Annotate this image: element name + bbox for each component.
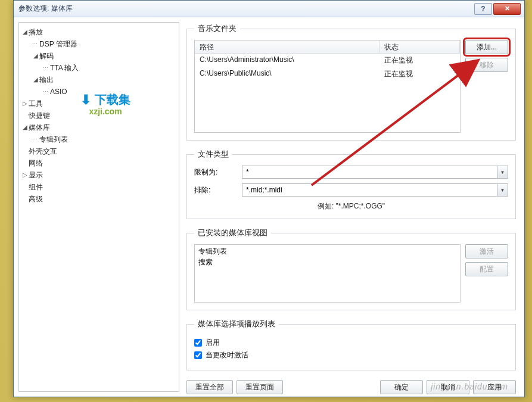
collapse-icon: ◢ [21, 27, 29, 38]
tree-node-tools[interactable]: ▷工具 [21, 98, 176, 110]
limit-input[interactable] [242, 166, 508, 179]
installed-views-legend: 已安装的媒体库视图 [194, 228, 271, 238]
file-types-group: 文件类型 限制为: ▼ 排除: ▼ 例如: "*.MPC;*.OGG" [186, 149, 516, 219]
tree-node-advanced[interactable]: 高级 [21, 193, 176, 205]
configure-view-button[interactable]: 配置 [465, 262, 508, 276]
remove-folder-button[interactable]: 移除 [465, 58, 508, 72]
file-types-legend: 文件类型 [194, 149, 232, 160]
list-item[interactable]: 搜索 [198, 257, 456, 267]
preferences-window: 参数选项: 媒体库 ◢播放 ⋯DSP 管理器 ◢解码 ⋯TTA 输入 ◢输出 ⋯… [13, 0, 525, 397]
help-button[interactable] [474, 3, 492, 15]
tree-node-shell[interactable]: 外壳交互 [21, 145, 176, 157]
tree-node-playback[interactable]: ◢播放 [21, 26, 176, 38]
tree-node-shortcuts[interactable]: 快捷键 [21, 110, 176, 121]
limit-label: 限制为: [194, 167, 242, 177]
activate-on-change-label: 当更改时激活 [206, 350, 248, 360]
footer-watermark: jingyan.baidu.com [431, 382, 508, 391]
tree-node-media-library[interactable]: ◢媒体库 [21, 121, 176, 133]
close-button[interactable] [493, 3, 521, 15]
add-folder-button[interactable]: 添加... [465, 40, 508, 54]
selection-playlist-group: 媒体库选择项播放列表 启用 当更改时激活 [186, 319, 516, 370]
collapse-icon: ◢ [32, 51, 39, 61]
tree-node-tta[interactable]: ⋯TTA 输入 [21, 62, 176, 74]
window-title: 参数选项: 媒体库 [18, 4, 73, 14]
tree-node-components[interactable]: 组件 [21, 181, 176, 193]
music-folders-group: 音乐文件夹 路径 状态 C:\Users\Administrator\Music… [186, 23, 516, 141]
views-list[interactable]: 专辑列表 搜索 [194, 244, 461, 303]
expand-icon: ▷ [21, 170, 29, 180]
enable-checkbox-row[interactable]: 启用 [194, 338, 508, 348]
column-header-state[interactable]: 状态 [379, 40, 460, 53]
exclude-combo[interactable]: ▼ [242, 183, 508, 197]
tree-node-album-list[interactable]: ⋯专辑列表 [21, 133, 176, 145]
list-item[interactable]: C:\Users\Public\Music\ 正在监视 [195, 67, 460, 81]
reset-all-button[interactable]: 重置全部 [186, 380, 233, 394]
music-folders-legend: 音乐文件夹 [194, 23, 240, 34]
expand-icon: ▷ [21, 98, 29, 109]
tree-node-asio[interactable]: ⋯ASIO [21, 86, 176, 98]
column-header-path[interactable]: 路径 [195, 40, 379, 53]
enable-checkbox[interactable] [194, 339, 202, 347]
reset-page-button[interactable]: 重置页面 [237, 380, 283, 394]
activate-on-change-checkbox[interactable] [194, 351, 202, 359]
music-folders-list[interactable]: 路径 状态 C:\Users\Administrator\Music\ 正在监视… [194, 40, 461, 133]
ok-button[interactable]: 确定 [380, 380, 423, 394]
list-item[interactable]: C:\Users\Administrator\Music\ 正在监视 [195, 54, 460, 67]
enable-label: 启用 [206, 338, 220, 348]
exclude-label: 排除: [194, 185, 242, 195]
example-text: 例如: "*.MPC;*.OGG" [194, 201, 508, 211]
tree-node-decode[interactable]: ◢解码 [21, 50, 176, 62]
chevron-down-icon[interactable]: ▼ [497, 166, 508, 178]
collapse-icon: ◢ [21, 122, 29, 133]
selection-playlist-legend: 媒体库选择项播放列表 [194, 319, 279, 329]
exclude-input[interactable] [242, 183, 508, 197]
list-item[interactable]: 专辑列表 [198, 246, 456, 257]
activate-on-change-row[interactable]: 当更改时激活 [194, 350, 508, 360]
chevron-down-icon[interactable]: ▼ [497, 184, 508, 196]
activate-view-button[interactable]: 激活 [465, 244, 508, 258]
tree-node-dsp[interactable]: ⋯DSP 管理器 [21, 38, 176, 50]
installed-views-group: 已安装的媒体库视图 专辑列表 搜索 激活 配置 [186, 228, 516, 310]
category-tree[interactable]: ◢播放 ⋯DSP 管理器 ◢解码 ⋯TTA 输入 ◢输出 ⋯ASIO ▷工具 快… [18, 22, 179, 392]
limit-combo[interactable]: ▼ [242, 166, 508, 179]
collapse-icon: ◢ [32, 74, 39, 85]
tree-node-display[interactable]: ▷显示 [21, 169, 176, 181]
tree-node-network[interactable]: 网络 [21, 157, 176, 169]
tree-node-output[interactable]: ◢输出 [21, 74, 176, 86]
titlebar[interactable]: 参数选项: 媒体库 [14, 1, 524, 17]
